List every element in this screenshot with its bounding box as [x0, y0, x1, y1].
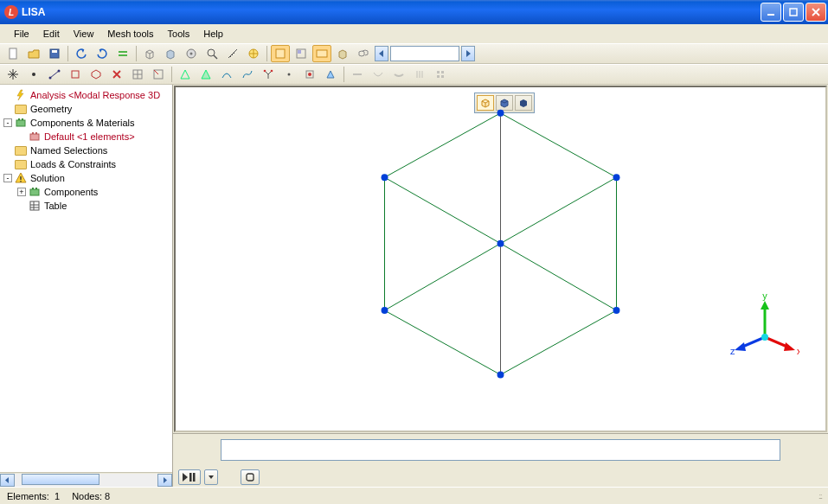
- solve-icon[interactable]: [113, 45, 132, 62]
- menu-file[interactable]: File: [7, 27, 36, 41]
- toolbar-input[interactable]: [390, 46, 459, 61]
- cube-tool-icon[interactable]: [333, 45, 352, 62]
- svg-rect-15: [317, 50, 327, 57]
- tree-item[interactable]: +Components: [2, 185, 170, 199]
- delete-icon[interactable]: [107, 66, 126, 83]
- fork-icon[interactable]: [259, 66, 278, 83]
- wire-cube-icon[interactable]: [140, 45, 159, 62]
- curve-icon[interactable]: [238, 66, 257, 83]
- scroll-right-button[interactable]: [461, 46, 475, 61]
- shaded-cube-icon[interactable]: [161, 45, 180, 62]
- svg-rect-43: [18, 118, 20, 120]
- minimize-button[interactable]: [761, 3, 781, 22]
- point-tool-icon[interactable]: [279, 66, 298, 83]
- svg-point-30: [271, 70, 273, 73]
- select-region-icon[interactable]: [312, 45, 331, 62]
- save-file-icon[interactable]: [45, 45, 64, 62]
- svg-marker-81: [735, 342, 746, 351]
- shallow-arc-icon[interactable]: [389, 66, 408, 83]
- redo-icon[interactable]: [93, 45, 112, 62]
- arc-icon[interactable]: [217, 66, 236, 83]
- tree-hscroll[interactable]: [0, 472, 172, 487]
- svg-line-64: [501, 177, 617, 243]
- tree-item[interactable]: -Solution: [2, 171, 170, 185]
- app-icon: L: [4, 5, 18, 19]
- target-icon[interactable]: [300, 66, 319, 83]
- multi-cube-icon[interactable]: [354, 45, 373, 62]
- tree-item[interactable]: Geometry: [2, 102, 170, 116]
- close-button[interactable]: [806, 3, 826, 22]
- svg-point-75: [497, 240, 504, 247]
- svg-rect-44: [22, 118, 23, 120]
- triangle-icon[interactable]: [176, 66, 195, 83]
- triangle-fill-icon[interactable]: [196, 66, 215, 83]
- expand-icon[interactable]: +: [17, 188, 26, 196]
- model-tree[interactable]: Analysis <Modal Response 3DGeometry-Comp…: [0, 85, 172, 472]
- stop-button[interactable]: [241, 469, 260, 485]
- line-element-icon[interactable]: [45, 66, 64, 83]
- svg-rect-4: [52, 50, 57, 53]
- grid-icon[interactable]: [431, 66, 450, 83]
- collapse-icon[interactable]: -: [3, 118, 12, 127]
- toolbar-mesh: [0, 64, 828, 85]
- node-star-icon[interactable]: [3, 66, 22, 83]
- new-file-icon[interactable]: [3, 45, 22, 62]
- undo-icon[interactable]: [72, 45, 91, 62]
- main-view: y x z: [173, 85, 828, 487]
- bars-icon[interactable]: [410, 66, 429, 83]
- refine-edge-icon[interactable]: [149, 66, 168, 83]
- viewport[interactable]: y x z: [174, 86, 827, 432]
- scroll-left-button[interactable]: [375, 46, 388, 61]
- dropdown-toggle-button[interactable]: [204, 469, 218, 485]
- select-box-icon[interactable]: [271, 45, 290, 62]
- message-input[interactable]: [221, 439, 780, 461]
- svg-line-57: [501, 113, 617, 177]
- scroll-left-icon[interactable]: [0, 474, 15, 487]
- svg-rect-53: [30, 201, 39, 210]
- svg-rect-2: [10, 48, 16, 59]
- scroll-right-icon[interactable]: [157, 474, 172, 487]
- bolt-icon: [14, 89, 28, 101]
- maximize-button[interactable]: [783, 3, 804, 22]
- svg-rect-48: [20, 176, 21, 180]
- disk-icon[interactable]: [182, 45, 201, 62]
- svg-rect-41: [441, 75, 444, 78]
- tree-item[interactable]: -Components & Materials: [2, 116, 170, 130]
- hex-element-icon[interactable]: [87, 66, 106, 83]
- play-pause-button[interactable]: [178, 469, 201, 485]
- quad-element-icon[interactable]: [66, 66, 85, 83]
- svg-point-72: [497, 372, 504, 379]
- bar-icon[interactable]: [348, 66, 367, 83]
- scroll-thumb[interactable]: [22, 474, 99, 485]
- menu-tools[interactable]: Tools: [161, 27, 197, 41]
- tree-item[interactable]: Named Selections: [2, 144, 170, 157]
- svg-rect-45: [30, 134, 39, 140]
- small-triangle-icon[interactable]: [321, 66, 340, 83]
- resize-grip-icon[interactable]: .: .:.: [818, 492, 821, 501]
- open-file-icon[interactable]: [24, 45, 43, 62]
- refine-quad-icon[interactable]: [128, 66, 147, 83]
- node-dot-icon[interactable]: [24, 66, 43, 83]
- tree-item[interactable]: Loads & Constraints: [2, 157, 170, 171]
- select-face-icon[interactable]: [292, 45, 311, 62]
- status-elements: Elements: 1: [7, 491, 60, 501]
- menu-edit[interactable]: Edit: [36, 27, 67, 41]
- collapse-icon[interactable]: -: [3, 174, 12, 182]
- zoom-icon[interactable]: [202, 45, 221, 62]
- tree-item[interactable]: Default <1 elements>: [2, 130, 170, 144]
- arc-under-icon[interactable]: [369, 66, 388, 83]
- svg-marker-79: [784, 342, 795, 351]
- tree-item[interactable]: Table: [2, 199, 170, 213]
- measure-icon[interactable]: [223, 45, 242, 62]
- menu-view[interactable]: View: [67, 27, 101, 41]
- tree-item[interactable]: Analysis <Modal Response 3D: [2, 88, 170, 102]
- menu-help[interactable]: Help: [196, 27, 230, 41]
- tree-item-label: Loads & Constraints: [30, 159, 116, 169]
- default-icon: [28, 131, 42, 143]
- svg-marker-77: [761, 301, 769, 309]
- scroll-track[interactable]: [15, 474, 157, 487]
- svg-rect-0: [767, 14, 774, 16]
- compass-icon[interactable]: [244, 45, 263, 62]
- tree-item-label: Geometry: [30, 104, 72, 114]
- menu-meshtools[interactable]: Mesh tools: [100, 27, 160, 41]
